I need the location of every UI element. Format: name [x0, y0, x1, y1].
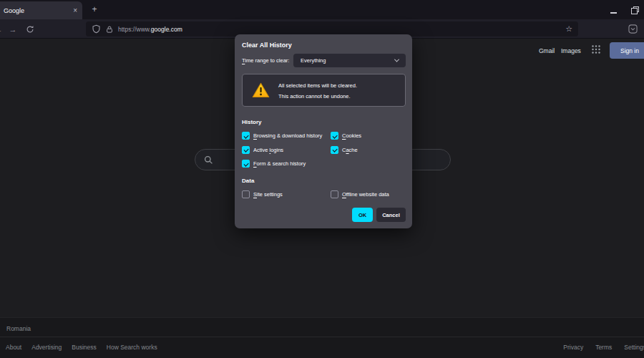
- warning-line-1: All selected items will be cleared.: [278, 80, 357, 91]
- checkbox-row-active-logins[interactable]: Active logins: [242, 146, 331, 154]
- search-icon: [204, 155, 213, 165]
- ok-button[interactable]: OK: [352, 208, 373, 222]
- pocket-icon: [628, 24, 638, 34]
- google-apps-button[interactable]: [591, 44, 601, 57]
- gmail-link[interactable]: Gmail: [539, 47, 555, 54]
- checkbox-active-logins[interactable]: [242, 146, 250, 154]
- back-icon: ←: [0, 25, 3, 34]
- checkbox-row-browsing-history[interactable]: Browsing & download history: [242, 132, 331, 140]
- minimize-icon: [610, 12, 617, 13]
- footer-link-settings[interactable]: Settings: [624, 344, 644, 351]
- footer-link-privacy[interactable]: Privacy: [563, 344, 583, 351]
- tab-close-icon[interactable]: ×: [73, 6, 77, 14]
- footer-link-about[interactable]: About: [6, 344, 21, 351]
- checkbox-form-search-history[interactable]: [242, 160, 250, 168]
- checkbox-row-cache[interactable]: Cache: [331, 146, 361, 154]
- history-checkbox-grid: Browsing & download history Cookies Acti…: [242, 129, 361, 171]
- checkbox-cache[interactable]: [331, 146, 338, 154]
- clear-history-dialog: Clear All History Time range to clear: E…: [235, 34, 412, 228]
- checkbox-site-settings[interactable]: [242, 190, 250, 198]
- checkbox-row-site-settings[interactable]: Site settings: [242, 190, 331, 198]
- apps-grid-icon: [591, 44, 601, 54]
- tracking-protection-shield-icon[interactable]: [92, 24, 101, 34]
- url-text: https://www.google.com: [118, 26, 182, 33]
- cancel-button[interactable]: Cancel: [376, 208, 406, 222]
- images-link[interactable]: Images: [561, 47, 581, 54]
- footer-link-advertising[interactable]: Advertising: [31, 344, 62, 351]
- restore-button[interactable]: [631, 4, 638, 16]
- time-range-value: Everything: [301, 57, 326, 64]
- footer-link-how-search-works[interactable]: How Search works: [107, 344, 157, 351]
- lock-icon[interactable]: [105, 25, 114, 34]
- restore-icon: [631, 6, 638, 14]
- checkbox-offline-website-data[interactable]: [331, 190, 338, 198]
- url-protocol: https://www.: [118, 26, 151, 33]
- time-range-select[interactable]: Everything: [293, 54, 406, 67]
- pocket-button[interactable]: [628, 19, 638, 39]
- warning-text: All selected items will be cleared. This…: [278, 80, 357, 102]
- minimize-button[interactable]: [610, 4, 617, 16]
- footer-links-right: Privacy Terms Settings: [563, 344, 644, 351]
- tab-bar: Google × +: [0, 0, 644, 19]
- checkbox-row-offline-website-data[interactable]: Offline website data: [331, 190, 389, 198]
- window-controls: [610, 0, 638, 19]
- history-section-heading: History: [242, 119, 262, 125]
- time-range-label: Time range to clear:: [242, 57, 289, 64]
- footer-links-row: About Advertising Business How Search wo…: [0, 337, 644, 358]
- forward-button[interactable]: →: [7, 19, 19, 39]
- data-section-heading: Data: [242, 178, 254, 184]
- reload-button[interactable]: [24, 19, 36, 39]
- tab-title: Google: [4, 7, 73, 14]
- checkbox-cookies[interactable]: [331, 132, 338, 140]
- new-tab-button[interactable]: +: [88, 3, 101, 16]
- url-domain: google.com: [151, 26, 182, 33]
- footer-region-label: Romania: [6, 325, 31, 332]
- data-checkbox-grid: Site settings Offline website data: [242, 188, 389, 202]
- dialog-title: Clear All History: [242, 42, 292, 49]
- chevron-down-icon: [394, 57, 399, 62]
- checkbox-browsing-history[interactable]: [242, 132, 250, 140]
- footer-link-business[interactable]: Business: [72, 344, 97, 351]
- warning-triangle-icon: [252, 82, 270, 98]
- google-footer: Romania About Advertising Business How S…: [0, 317, 644, 358]
- checkbox-row-form-search-history[interactable]: Form & search history: [242, 160, 331, 168]
- forward-icon: →: [9, 25, 17, 34]
- back-button[interactable]: ←: [0, 19, 4, 39]
- sign-in-button[interactable]: Sign in: [610, 42, 644, 59]
- warning-box: All selected items will be cleared. This…: [242, 74, 406, 107]
- reload-icon: [26, 25, 34, 34]
- browser-window: Google × + ← → https://www.google.c: [0, 0, 644, 358]
- warning-line-2: This action cannot be undone.: [278, 91, 357, 102]
- browser-tab-google[interactable]: Google ×: [0, 1, 82, 19]
- footer-link-terms[interactable]: Terms: [595, 344, 612, 351]
- bookmark-star-icon[interactable]: ☆: [565, 25, 572, 33]
- footer-links-left: About Advertising Business How Search wo…: [6, 344, 157, 351]
- checkbox-row-cookies[interactable]: Cookies: [331, 132, 361, 140]
